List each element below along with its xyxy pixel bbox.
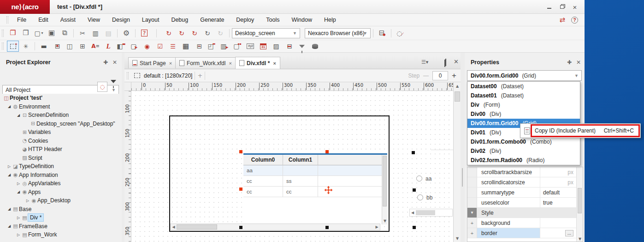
expand-plus-icon[interactable]: + bbox=[467, 228, 477, 238]
close-editor-icon[interactable]: ✕ bbox=[454, 59, 459, 65]
tree-item-screendefinition[interactable]: ◢⊡ScreenDefinition bbox=[0, 111, 122, 120]
help-button[interactable]: ? bbox=[138, 28, 150, 39]
scroll-down-icon[interactable]: ▼ bbox=[454, 235, 461, 242]
maximize-button[interactable] bbox=[557, 3, 567, 11]
dropdown-item[interactable]: Dataset01(Dataset) bbox=[467, 91, 580, 100]
menu-deploy[interactable]: Deploy bbox=[230, 15, 260, 25]
expand-arrow-icon[interactable]: ▷ bbox=[25, 199, 30, 203]
restore-editor-icon[interactable] bbox=[444, 60, 445, 67]
listbox-widget[interactable]: ☰ bbox=[167, 41, 179, 52]
close-panel-icon[interactable]: ✕ bbox=[112, 59, 117, 66]
search-button[interactable]: ◌ bbox=[97, 82, 107, 92]
menu-assist[interactable]: Assist bbox=[54, 15, 82, 25]
screen-type-combo[interactable]: Desktop_screen▼ bbox=[232, 28, 300, 38]
options-button[interactable]: ⚙ bbox=[120, 28, 132, 39]
scrollbar-thumb[interactable] bbox=[455, 91, 460, 102]
tree-item-cookies[interactable]: ◔Cookies bbox=[0, 137, 122, 145]
scroll-down-icon[interactable]: ▼ bbox=[382, 218, 388, 224]
browser-combo[interactable]: Nexacro Browser (x86)▼ bbox=[305, 28, 371, 38]
radio00-item[interactable] bbox=[417, 194, 423, 200]
close-button[interactable]: × bbox=[570, 3, 580, 11]
tree-item-appvariables[interactable]: ▷◎AppVariables bbox=[0, 179, 122, 188]
filter-widget[interactable] bbox=[296, 41, 308, 52]
static-text-widget[interactable]: L bbox=[102, 41, 114, 52]
combo00-widget[interactable]: ◀ bbox=[409, 209, 453, 217]
tab-widget[interactable]: ◰▬ bbox=[206, 41, 218, 52]
step-minus-button[interactable]: — bbox=[423, 73, 429, 79]
select-tool-button[interactable]: + bbox=[7, 41, 19, 52]
property-section-style[interactable]: ▼Style bbox=[467, 208, 576, 218]
expand-arrow-icon[interactable]: ◢ bbox=[6, 104, 12, 109]
positioning-widget[interactable]: ▢➤ bbox=[128, 41, 140, 52]
quick-view-button[interactable]: ◌⟋ bbox=[394, 28, 406, 39]
maskedit-widget[interactable]: A≡ bbox=[89, 41, 101, 52]
tree-item-app-desktop[interactable]: ▷◉App_Desktop bbox=[0, 196, 122, 205]
spin-widget[interactable]: ⊞ bbox=[77, 41, 89, 52]
component-selector-combo[interactable]: Div00.form.Grid00 (Grid) ▼ bbox=[467, 70, 582, 81]
property-row[interactable]: useselcolortrue bbox=[467, 198, 576, 208]
pin-icon[interactable]: ✚ bbox=[103, 59, 108, 66]
grid-widget[interactable]: ▦ bbox=[180, 41, 192, 52]
expand-arrow-icon[interactable]: ◢ bbox=[16, 190, 21, 194]
menu-window[interactable]: Window bbox=[285, 15, 318, 25]
copy-button[interactable]: ▥ bbox=[89, 28, 101, 39]
grid00-widget[interactable]: Column0 Column1 aa ccss cccc ▼ bbox=[243, 153, 387, 223]
open-file-button[interactable]: ❒ bbox=[20, 28, 32, 39]
tree-item-div[interactable]: ▷▤Div * bbox=[0, 213, 122, 222]
edit-widget[interactable]: ◫ bbox=[64, 41, 76, 52]
menu-generate[interactable]: Generate bbox=[194, 15, 230, 25]
div-widget[interactable]: ▢▪▪ bbox=[231, 41, 243, 52]
grid-row[interactable]: ccss bbox=[243, 176, 382, 187]
grid-vertical-scrollbar[interactable]: ▼ bbox=[382, 155, 387, 224]
selection-handle[interactable] bbox=[325, 150, 329, 153]
button-widget[interactable]: ▬ bbox=[38, 41, 50, 52]
selection-handle[interactable] bbox=[412, 151, 415, 154]
radio00-item[interactable] bbox=[416, 175, 422, 182]
generate-application-button[interactable]: ↻ bbox=[163, 28, 175, 39]
step-plus-button[interactable]: + bbox=[452, 71, 456, 80]
cut-button[interactable]: ✂ bbox=[77, 28, 89, 39]
dropdown-item[interactable]: Div02(Div) bbox=[467, 146, 580, 156]
expand-arrow-icon[interactable]: ◢ bbox=[6, 207, 12, 211]
grid-row[interactable]: aa bbox=[243, 165, 382, 176]
expand-arrow-icon[interactable]: ◢ bbox=[6, 173, 12, 177]
save-all-button[interactable]: ⧉ bbox=[59, 28, 71, 39]
menu-tools[interactable]: Tools bbox=[260, 15, 285, 25]
generate-form-button[interactable]: ↻ bbox=[201, 28, 213, 39]
tab-div-xfdl[interactable]: Div.xfdl *× bbox=[235, 57, 280, 69]
dropdown-item[interactable]: Dataset00(Dataset) bbox=[467, 82, 580, 91]
combo-widget[interactable]: ⊟▼ bbox=[51, 41, 63, 52]
scroll-left-icon[interactable]: ◀ bbox=[410, 210, 415, 215]
menu-help[interactable]: Help bbox=[318, 15, 342, 25]
tree-item-typedefinition[interactable]: ▷◪TypeDefinition bbox=[0, 162, 122, 171]
scroll-left-icon[interactable]: ◀ bbox=[171, 224, 176, 230]
tree-item-project[interactable]: ◫Project 'test' bbox=[0, 94, 122, 103]
property-row-border[interactable]: +border... bbox=[467, 228, 576, 238]
div-horizontal-scrollbar[interactable]: ◀ ▶ bbox=[170, 224, 380, 230]
scroll-right-icon[interactable]: ▶ bbox=[374, 224, 379, 230]
dropdown-item[interactable]: Div(Form) bbox=[467, 100, 580, 109]
tab-form-work[interactable]: Form_Work.xfdl× bbox=[175, 57, 236, 68]
selection-handle[interactable] bbox=[413, 226, 416, 229]
menu-edit[interactable]: Edit bbox=[32, 15, 54, 25]
expand-arrow-icon[interactable]: ▷ bbox=[16, 216, 21, 220]
add-layout-button[interactable]: + bbox=[197, 73, 202, 79]
filter-button[interactable] bbox=[111, 83, 116, 90]
generate-module-button[interactable]: ↻ bbox=[189, 28, 201, 39]
minimize-button[interactable] bbox=[544, 3, 554, 11]
dataset-widget[interactable] bbox=[309, 41, 321, 52]
help-circle-icon[interactable]: ? bbox=[571, 17, 578, 24]
selection-handle[interactable] bbox=[239, 188, 242, 191]
selection-handle[interactable] bbox=[325, 226, 329, 229]
pagecontrol-widget[interactable]: ◧▬ bbox=[115, 41, 127, 52]
scroll-down-icon[interactable]: ▼ bbox=[577, 236, 583, 242]
right-splitter[interactable] bbox=[461, 53, 465, 242]
menu-design[interactable]: Design bbox=[106, 15, 136, 25]
tree-item-variables[interactable]: ⊞Variables bbox=[0, 128, 122, 137]
new-file-button[interactable]: ▢▾ bbox=[33, 28, 45, 39]
tree-item-form-work[interactable]: ▷▤Form_Work bbox=[0, 230, 122, 239]
expand-arrow-icon[interactable]: ◢ bbox=[6, 224, 12, 228]
launch-browser-button[interactable]: ⊟● bbox=[376, 28, 388, 39]
tab-start-page[interactable]: Start Page× bbox=[128, 57, 176, 68]
properties-scrollbar[interactable]: ▼ bbox=[576, 167, 583, 242]
